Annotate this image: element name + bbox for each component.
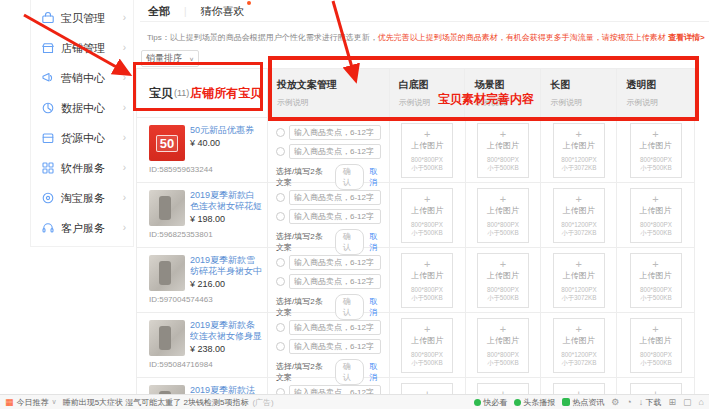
upload-image-button[interactable]: + 上传图片 800*800PX 小于500KB (630, 188, 682, 243)
upload-cell: + 上传图片 800*1200PX 小于3072KB (541, 313, 617, 377)
product-title-link[interactable]: 50元新品优惠券 (190, 125, 263, 136)
sellpoint-input-2[interactable] (289, 339, 381, 354)
product-title-link[interactable]: 2019夏季新款雪纺碎花半身裙女中长款网红显白 (190, 255, 263, 277)
column-label: 长图 (550, 78, 616, 92)
upload-image-button[interactable]: + 上传图片 800*800PX 小于500KB (477, 253, 529, 308)
sellpoint-checkbox[interactable] (276, 128, 285, 137)
upload-image-button[interactable]: + 上传图片 800*800PX 小于500KB (401, 188, 453, 243)
megaphone-icon (41, 71, 55, 85)
sidebar-item-grid[interactable]: 软件服务 › (31, 153, 133, 183)
column-example-link[interactable]: 示例说明 (277, 97, 389, 108)
upload-limit-spec: 小于3072KB (556, 293, 601, 302)
column-example-link[interactable]: 示例说明 (474, 97, 540, 108)
sidebar-item-megaphone[interactable]: 营销中心 › (31, 63, 133, 93)
coupon-badge: 50 (156, 135, 178, 152)
upload-image-button[interactable]: + 上传图片 800*800PX 小于500KB (477, 188, 529, 243)
recommend-logo-icon[interactable]: ▦ (5, 397, 14, 407)
upload-image-button[interactable]: + 上传图片 800*800PX 小于500KB (477, 318, 529, 373)
upload-image-button[interactable]: + 上传图片 800*1200PX 小于3072KB (553, 318, 605, 373)
product-title-link[interactable]: 2019夏季新款法式波点连衣裙女中长款高腰显瘦 (190, 385, 263, 394)
upload-image-button[interactable]: + 上传图片 800*800PX 小于500KB (477, 123, 529, 178)
chevron-right-icon: › (123, 223, 126, 233)
sellpoint-input-1[interactable] (289, 125, 381, 140)
ad-text[interactable]: 睡前出现5大症状 湿气可能太重了 2块钱检测5项指标 (63, 397, 249, 408)
sidebar-item-treasure-box[interactable]: 宝贝管理 › (31, 3, 133, 33)
chevron-right-icon: › (123, 193, 126, 203)
window-grid-icon[interactable]: ⊞ (669, 397, 677, 407)
upload-image-button[interactable]: + 上传图片 800*800PX 小于500KB (630, 318, 682, 373)
headline-broadcast[interactable]: 头条播报 (514, 397, 555, 408)
upload-label: 上传图片 (631, 335, 681, 346)
sidebar-item-store[interactable]: 货源中心 › (31, 123, 133, 153)
upload-image-button[interactable]: + 上传图片 800*1200PX 小于3072KB (553, 188, 605, 243)
today-recommend[interactable]: 今日推荐 (17, 397, 49, 408)
column-example-link[interactable]: 示例说明 (399, 97, 465, 108)
upload-image-button[interactable]: + 上传图片 800*800PX 小于500KB (401, 318, 453, 373)
sort-select[interactable]: 销量排序 ∨ (141, 50, 199, 67)
sidebar-item-headset[interactable]: 客户服务 › (31, 213, 133, 243)
sellpoint-checkbox[interactable] (276, 342, 285, 351)
upload-image-button[interactable]: + 上传图片 800*800PX 小于500KB (630, 123, 682, 178)
product-image[interactable] (149, 255, 185, 291)
quick-watch[interactable]: 快必看 (474, 397, 507, 408)
sellpoint-checkbox[interactable] (276, 147, 285, 156)
header-product-col: 宝贝 (11) 店铺所有宝贝 (137, 69, 268, 117)
upload-label: 上传图片 (402, 270, 452, 281)
chevron-down-icon[interactable]: ∨ (52, 398, 57, 406)
upload-image-button[interactable]: + 上传图片 800*1200PX 小于3072KB (553, 123, 605, 178)
sellpoint-input-2[interactable] (289, 144, 381, 159)
window-icon[interactable]: ▢ (683, 397, 692, 407)
table-row: 2019夏季新款白色连衣裙女碎花短袖T恤中长款 ¥ 198.00 ID:5968… (137, 183, 694, 248)
sellpoint-input-2[interactable] (289, 274, 381, 289)
sellpoint-input-1[interactable] (289, 320, 381, 335)
sellpoint-checkbox[interactable] (276, 258, 285, 267)
sellpoint-input-1[interactable] (289, 385, 381, 394)
sidebar-item-label: 数据中心 (61, 101, 105, 116)
tips-text: Tips：以上提到场景的商品会根据用户个性化需求进行圈选更新， (147, 33, 378, 42)
product-title-link[interactable]: 2019夏季新款条纹连衣裙女修身显瘦小众网红 (190, 320, 263, 342)
sellpoint-input-1[interactable] (289, 190, 381, 205)
upload-limit-spec: 小于3072KB (556, 163, 601, 172)
upload-image-button[interactable]: + 上传图片 800*800PX 小于500KB (401, 253, 453, 308)
home-icon[interactable]: ⌂ (699, 397, 704, 407)
status-bar-tools: 快必看 头条播报 热点资讯 ⚙ ◔ ↓ 下载 ⊞ ▢ ⌂ (474, 397, 704, 408)
sellpoint-checkbox[interactable] (276, 323, 285, 332)
sidebar-item-taobao[interactable]: 淘宝服务 › (31, 183, 133, 213)
upload-image-button[interactable]: + 上传图片 800*800PX 小于500KB (477, 383, 529, 395)
history-icon[interactable]: ◔ (626, 397, 631, 407)
download-button[interactable]: ↓ 下载 (639, 397, 662, 408)
tab-all[interactable]: 全部 (148, 4, 170, 19)
settings-icon[interactable]: ⚙ (611, 397, 619, 407)
column-example-link[interactable]: 示例说明 (550, 97, 616, 108)
hot-news[interactable]: 热点资讯 (562, 397, 604, 408)
sellpoint-input-2[interactable] (289, 209, 381, 224)
upload-limit-spec: 小于500KB (405, 293, 450, 302)
column-label: 场景图 (474, 78, 540, 92)
upload-image-button[interactable]: + 上传图片 800*800PX 小于500KB (630, 253, 682, 308)
sellpoint-checkbox[interactable] (276, 212, 285, 221)
tab-guess-you-like[interactable]: 猜你喜欢 (201, 4, 245, 19)
sidebar-item-shop[interactable]: 店铺管理 › (31, 33, 133, 63)
sellpoint-checkbox[interactable] (276, 193, 285, 202)
upload-image-button[interactable]: + 上传图片 800*1200PX 小于3072KB (553, 253, 605, 308)
product-title-link[interactable]: 2019夏季新款白色连衣裙女碎花短袖T恤中长款 (190, 190, 263, 212)
upload-cell: + 上传图片 800*800PX 小于500KB (390, 118, 466, 182)
upload-image-button[interactable]: + 上传图片 800*800PX 小于500KB (630, 383, 682, 395)
column-example-link[interactable]: 示例说明 (626, 97, 694, 108)
product-image[interactable]: 50 (149, 125, 185, 161)
upload-image-button[interactable]: + 上传图片 800*800PX 小于500KB (401, 383, 453, 395)
sellpoint-input-1[interactable] (289, 255, 381, 270)
sellpoint-checkbox[interactable] (276, 277, 285, 286)
view-details-link[interactable]: 查看详情> (668, 33, 705, 42)
product-image[interactable] (149, 385, 185, 394)
product-id: ID:595084716984 (149, 360, 263, 369)
product-image[interactable] (149, 320, 185, 356)
copywriting-cell: 选择/填写2条文案 确认 取消 (268, 313, 390, 377)
product-image[interactable] (149, 190, 185, 226)
sidebar-item-data-chart[interactable]: 数据中心 › (31, 93, 133, 123)
upload-image-button[interactable]: + 上传图片 800*800PX 小于500KB (401, 123, 453, 178)
upload-label: 上传图片 (402, 205, 452, 216)
product-cell: 2019夏季新款条纹连衣裙女修身显瘦小众网红 ¥ 238.00 ID:59508… (137, 313, 268, 377)
upload-image-button[interactable]: + 上传图片 800*1200PX 小于3072KB (553, 383, 605, 395)
copywriting-cell: 选择/填写2条文案 确认 取消 (268, 248, 390, 312)
